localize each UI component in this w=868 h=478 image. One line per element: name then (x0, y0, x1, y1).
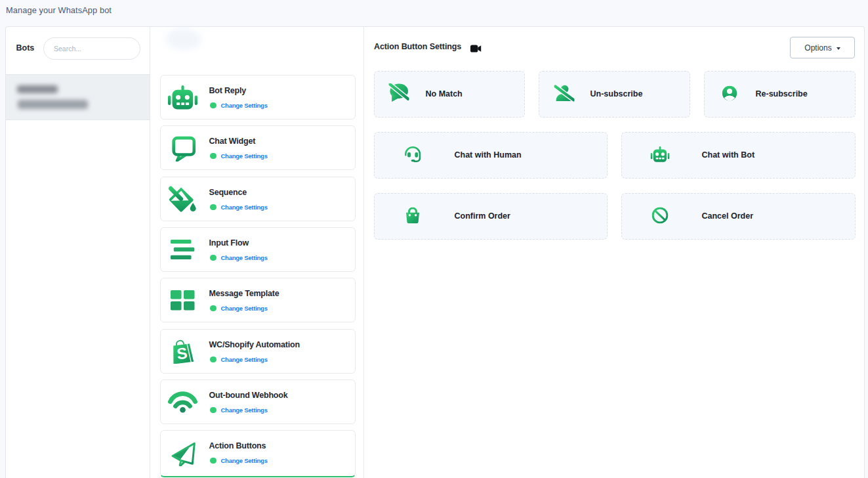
svg-text:S: S (176, 343, 188, 362)
